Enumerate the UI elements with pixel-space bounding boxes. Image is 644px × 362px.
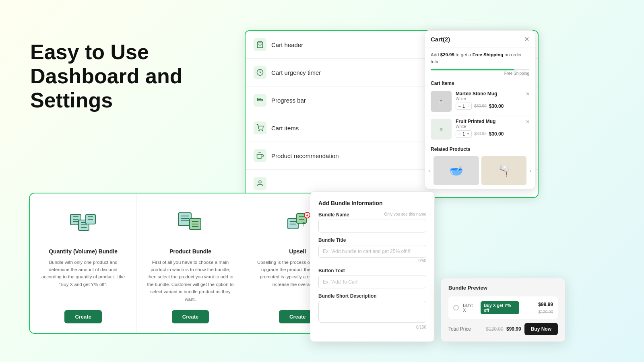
bundle-preview-item: BUY: X Buy X get Y% off $99.99 $120.00 <box>448 296 558 319</box>
product-bundle-title: Product Bundle <box>169 248 211 255</box>
bundle-name-hint: Only you see this name <box>384 212 427 218</box>
svg-rect-3 <box>257 98 260 99</box>
product-bundle-card: Product Bundle First of all you have to … <box>137 193 244 333</box>
bundle-modal: Add Bundle Information Bundle Name Only … <box>310 191 435 342</box>
cart-item-1-variant: White <box>456 97 529 101</box>
bundle-desc-label-row: Bundle Short Description <box>318 293 426 299</box>
cart-item-1-old-price: $80.99 <box>474 104 487 108</box>
bundle-preview-buy-label: BUY: X <box>463 303 477 313</box>
svg-point-4 <box>259 130 260 131</box>
qty-increase-1[interactable]: + <box>466 104 469 109</box>
bundle-preview-total-old: $120.00 <box>486 326 503 332</box>
cart-panel: Cart(2) ✕ Add $29.99 to get a Free Shipp… <box>425 30 535 189</box>
cart-items-section-title: Cart Items <box>425 77 535 88</box>
hero-line3: Settings <box>30 88 113 112</box>
bundle-button-label-row: Button Text <box>318 268 426 274</box>
bundle-button-input[interactable] <box>318 276 426 288</box>
related-product-1: 🥣 <box>433 156 479 185</box>
bundle-button-label: Button Text <box>318 268 345 274</box>
cart-item-1-info: Marble Stone Mug White − 1 + $80.99 $30.… <box>456 91 529 110</box>
bundle-preview-title: Bundle Preview <box>448 285 558 291</box>
upsell-title: Upsell <box>289 248 306 255</box>
extra-icon <box>254 177 266 190</box>
recommendation-icon <box>254 149 266 162</box>
cart-item-2-info: Fruit Printed Mug White − 1 + $80.99 $30… <box>456 119 529 138</box>
bundle-preview-badge: Buy X get Y% off <box>481 301 519 314</box>
svg-point-9 <box>259 181 261 183</box>
product-bundle-icon <box>174 206 206 243</box>
quantity-bundle-create-btn[interactable]: Create <box>64 310 101 323</box>
shipping-suffix: to get a <box>454 52 473 57</box>
quantity-bundle-icon <box>67 206 99 243</box>
quantity-bundle-desc: Bundle with only one product and determi… <box>39 259 127 303</box>
cart-panel-header: Cart(2) ✕ <box>425 31 535 47</box>
cart-item-1-image: ☕ <box>431 91 452 112</box>
cart-item-2-price-row: − 1 + $80.99 $30.00 <box>456 130 529 138</box>
bundle-preview-total-new: $99.99 <box>506 326 521 332</box>
bundle-desc-textarea[interactable] <box>318 301 426 323</box>
bundle-desc-label: Bundle Short Description <box>318 293 377 299</box>
svg-point-5 <box>262 130 263 131</box>
bundle-name-label-row: Bundle Name Only you see this name <box>318 212 426 218</box>
bundle-preview-total-row: Total Price $120.00 $99.99 Buy Now <box>448 323 558 335</box>
bundle-name-input[interactable] <box>318 220 426 232</box>
hero-line2: Dashboard and <box>30 64 183 88</box>
bundle-preview-radio[interactable] <box>453 305 459 311</box>
shipping-bar-label: Free Shipping <box>425 71 535 77</box>
cart-header-icon <box>254 38 266 51</box>
cart-panel-title: Cart(2) <box>431 36 450 43</box>
shipping-bar-fill <box>431 69 514 70</box>
bundle-modal-title: Add Bundle Information <box>318 200 426 206</box>
bundle-preview-total-right: $120.00 $99.99 Buy Now <box>486 323 558 335</box>
bundle-preview-prices: $99.99 $120.00 <box>523 300 553 315</box>
cart-item-2-new-price: $30.00 <box>489 131 504 137</box>
bundle-name-group: Bundle Name Only you see this name <box>318 212 426 232</box>
hero-section: Easy to Use Dashboard and Settings <box>30 40 199 112</box>
related-products-row: ‹ 🥣 🫗 › <box>425 154 535 189</box>
bundle-preview-new-price: $99.99 <box>538 302 553 307</box>
quantity-bundle-title: Quantity (Volume) Bundle <box>49 248 118 255</box>
bundle-name-label: Bundle Name <box>318 212 349 218</box>
shipping-prefix: Add <box>431 52 440 57</box>
shipping-progress-bar-wrap <box>425 67 535 71</box>
cart-item-2-image: 🍵 <box>431 119 452 140</box>
related-section-title: Related Products <box>425 143 535 154</box>
cart-close-button[interactable]: ✕ <box>524 35 529 43</box>
bundle-title-label-row: Bundle Title <box>318 237 426 243</box>
cart-item-2-remove[interactable]: ✕ <box>526 119 530 125</box>
cart-items-icon <box>254 121 266 134</box>
product-bundle-desc: First of all you have to choose a main p… <box>147 259 234 303</box>
related-prev-arrow[interactable]: ‹ <box>427 167 431 174</box>
bundle-title-counter: 0/50 <box>318 259 426 263</box>
bundle-button-group: Button Text <box>318 268 426 288</box>
qty-increase-2[interactable]: + <box>466 132 469 136</box>
cart-item-2-qty[interactable]: − 1 + <box>456 130 472 138</box>
quantity-bundle-card: Quantity (Volume) Bundle Bundle with onl… <box>30 193 137 333</box>
bundle-preview-total-label: Total Price <box>448 326 471 332</box>
bundle-desc-counter: 0/150 <box>318 325 426 329</box>
bundle-title-input[interactable] <box>318 245 426 258</box>
qty-decrease-1[interactable]: − <box>458 104 461 109</box>
bundle-preview-buy-button[interactable]: Buy Now <box>524 323 558 335</box>
urgency-icon <box>254 66 266 79</box>
cart-item-1-new-price: $30.00 <box>489 103 504 109</box>
bottom-bundle-panel: Quantity (Volume) Bundle Bundle with onl… <box>29 193 352 334</box>
shipping-message: Add $29.99 to get a Free Shipping on ord… <box>425 47 535 67</box>
shipping-bar-bg <box>431 69 529 70</box>
cart-item-1-name: Marble Stone Mug <box>456 91 529 97</box>
qty-val-2: 1 <box>462 132 465 136</box>
qty-val-1: 1 <box>462 104 465 109</box>
cart-item-1-qty[interactable]: − 1 + <box>456 103 472 110</box>
shipping-bold: Free Shipping <box>473 52 504 57</box>
cart-item-2-old-price: $80.99 <box>474 132 487 136</box>
upsell-icon <box>281 206 314 243</box>
product-bundle-create-btn[interactable]: Create <box>172 310 209 323</box>
cart-item-2-variant: White <box>456 124 529 129</box>
related-product-2: 🫗 <box>481 156 527 185</box>
qty-decrease-2[interactable]: − <box>458 132 461 136</box>
hero-line1: Easy to Use <box>30 40 149 64</box>
cart-item-1-remove[interactable]: ✕ <box>526 91 530 97</box>
cart-item-1-price-row: − 1 + $80.99 $30.00 <box>456 103 529 110</box>
bundle-title-label: Bundle Title <box>318 237 346 243</box>
related-next-arrow[interactable]: › <box>529 167 533 174</box>
